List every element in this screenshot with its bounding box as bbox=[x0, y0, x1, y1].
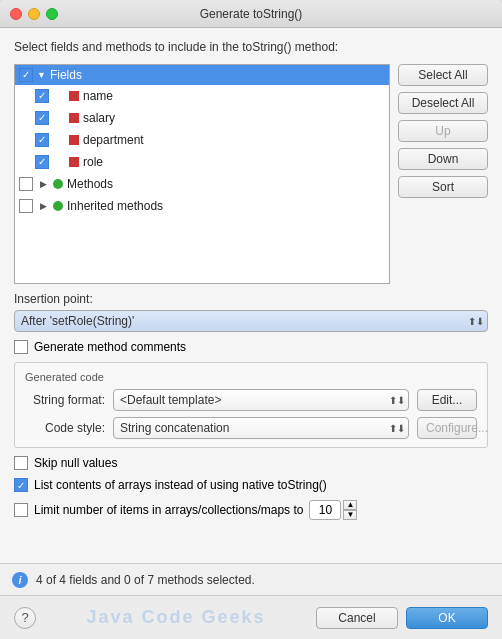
label-methods: Methods bbox=[67, 177, 113, 191]
spinner-up[interactable]: ▲ bbox=[343, 500, 357, 510]
generate-comments-label: Generate method comments bbox=[34, 340, 186, 354]
panel-buttons: Select All Deselect All Up Down Sort bbox=[398, 64, 488, 284]
insertion-point-section: Insertion point: After 'setRole(String)'… bbox=[14, 292, 488, 332]
tree-item-inherited: ▶ Inherited methods bbox=[15, 195, 389, 217]
tree-item-salary: salary bbox=[31, 107, 389, 129]
limit-items-row: Limit number of items in arrays/collecti… bbox=[14, 500, 488, 520]
tree-item-department: department bbox=[31, 129, 389, 151]
limit-items-checkbox[interactable] bbox=[14, 503, 28, 517]
expand-methods: ▶ bbox=[37, 179, 49, 189]
checkbox-methods[interactable] bbox=[19, 177, 33, 191]
insertion-point-label: Insertion point: bbox=[14, 292, 488, 306]
main-content: Select fields and methods to include in … bbox=[0, 28, 502, 563]
configure-button[interactable]: Configure... bbox=[417, 417, 477, 439]
code-style-select[interactable]: String concatenation StringBuilder bbox=[113, 417, 409, 439]
tree-item-methods: ▶ Methods bbox=[15, 173, 389, 195]
help-button[interactable]: ? bbox=[14, 607, 36, 629]
close-button[interactable] bbox=[10, 8, 22, 20]
limit-items-label: Limit number of items in arrays/collecti… bbox=[34, 503, 303, 517]
generate-comments-checkbox[interactable] bbox=[14, 340, 28, 354]
field-icon-role bbox=[69, 157, 79, 167]
tree-section: ▼ Fields name salary bbox=[14, 64, 488, 284]
code-style-label: Code style: bbox=[25, 421, 105, 435]
up-button[interactable]: Up bbox=[398, 120, 488, 142]
status-text: 4 of 4 fields and 0 of 7 methods selecte… bbox=[36, 573, 255, 587]
checkbox-role[interactable] bbox=[35, 155, 49, 169]
skip-null-label: Skip null values bbox=[34, 456, 117, 470]
tree-header-label: Fields bbox=[50, 68, 82, 82]
cancel-button[interactable]: Cancel bbox=[316, 607, 398, 629]
generated-code-title: Generated code bbox=[25, 371, 477, 383]
field-icon-salary bbox=[69, 113, 79, 123]
code-style-row: Code style: String concatenation StringB… bbox=[25, 417, 477, 439]
skip-null-row: Skip null values bbox=[14, 456, 488, 470]
status-bar: i 4 of 4 fields and 0 of 7 methods selec… bbox=[0, 563, 502, 595]
spinner-down[interactable]: ▼ bbox=[343, 510, 357, 520]
field-icon-name bbox=[69, 91, 79, 101]
edit-button[interactable]: Edit... bbox=[417, 389, 477, 411]
string-format-row: String format: <Default template> Apache… bbox=[25, 389, 477, 411]
tree-header: ▼ Fields bbox=[15, 65, 389, 85]
watermark-text: Java Code Geeks bbox=[86, 607, 265, 628]
field-icon-department bbox=[69, 135, 79, 145]
generated-code-section: Generated code String format: <Default t… bbox=[14, 362, 488, 448]
minimize-button[interactable] bbox=[28, 8, 40, 20]
field-icon-methods bbox=[53, 179, 63, 189]
titlebar: Generate toString() bbox=[0, 0, 502, 28]
ok-button[interactable]: OK bbox=[406, 607, 488, 629]
tree-item-name: name bbox=[31, 85, 389, 107]
select-all-button[interactable]: Select All bbox=[398, 64, 488, 86]
spinner-buttons: ▲ ▼ bbox=[343, 500, 357, 520]
string-format-dropdown-wrapper: <Default template> Apache Commons Guava … bbox=[113, 389, 409, 411]
info-icon: i bbox=[12, 572, 28, 588]
generate-comments-row: Generate method comments bbox=[14, 340, 488, 354]
field-icon-inherited bbox=[53, 201, 63, 211]
code-style-dropdown-wrapper: String concatenation StringBuilder ⬆⬇ bbox=[113, 417, 409, 439]
watermark: Java Code Geeks bbox=[44, 607, 308, 628]
down-button[interactable]: Down bbox=[398, 148, 488, 170]
checkbox-name[interactable] bbox=[35, 89, 49, 103]
label-department: department bbox=[83, 133, 144, 147]
sort-button[interactable]: Sort bbox=[398, 176, 488, 198]
tree-item-role: role bbox=[31, 151, 389, 173]
label-inherited: Inherited methods bbox=[67, 199, 163, 213]
limit-items-spinner: 10 ▲ ▼ bbox=[309, 500, 357, 520]
window-title: Generate toString() bbox=[200, 7, 303, 21]
bottom-bar: ? Java Code Geeks Cancel OK bbox=[0, 595, 502, 639]
limit-items-input[interactable]: 10 bbox=[309, 500, 341, 520]
list-arrays-label: List contents of arrays instead of using… bbox=[34, 478, 327, 492]
list-arrays-checkbox[interactable] bbox=[14, 478, 28, 492]
window-controls bbox=[10, 8, 58, 20]
expand-inherited: ▶ bbox=[37, 201, 49, 211]
checkbox-department[interactable] bbox=[35, 133, 49, 147]
string-format-select[interactable]: <Default template> Apache Commons Guava bbox=[113, 389, 409, 411]
main-window: Generate toString() Select fields and me… bbox=[0, 0, 502, 639]
list-arrays-row: List contents of arrays instead of using… bbox=[14, 478, 488, 492]
checkbox-salary[interactable] bbox=[35, 111, 49, 125]
skip-null-checkbox[interactable] bbox=[14, 456, 28, 470]
insertion-dropdown-wrapper: After 'setRole(String)' Before first met… bbox=[14, 310, 488, 332]
tree-panel: ▼ Fields name salary bbox=[14, 64, 390, 284]
action-buttons: Cancel OK bbox=[316, 607, 488, 629]
header-checkbox[interactable] bbox=[19, 68, 33, 82]
label-name: name bbox=[83, 89, 113, 103]
deselect-all-button[interactable]: Deselect All bbox=[398, 92, 488, 114]
expand-icon-header: ▼ bbox=[37, 70, 46, 80]
label-role: role bbox=[83, 155, 103, 169]
description-text: Select fields and methods to include in … bbox=[14, 40, 488, 54]
maximize-button[interactable] bbox=[46, 8, 58, 20]
checkbox-inherited[interactable] bbox=[19, 199, 33, 213]
insertion-point-select[interactable]: After 'setRole(String)' Before first met… bbox=[14, 310, 488, 332]
label-salary: salary bbox=[83, 111, 115, 125]
string-format-label: String format: bbox=[25, 393, 105, 407]
